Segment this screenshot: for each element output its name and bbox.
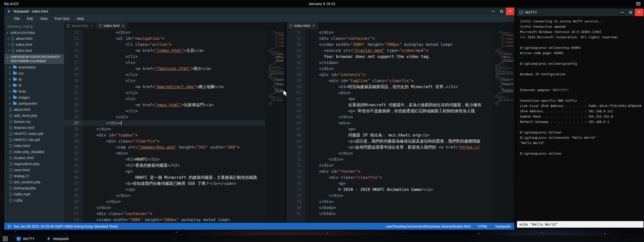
open-editor-item[interactable]: ×about.html [4,36,64,42]
code-line-71[interactable]: 71 </div> [287,150,492,156]
code-line-41[interactable]: 41 <img src="images/box.png" height="342… [64,144,265,150]
code-line-54[interactable]: 54 <source src="trailer.mp4" type="video… [287,48,492,54]
code-line-51[interactable]: 51 </div> [287,29,492,36]
folder-item[interactable]: ▸yamlyamlml [4,100,64,107]
code-line-53[interactable]: 53 <video width="100%" height="500px" au… [287,42,492,48]
status-language-mode[interactable]: HTML [478,224,488,228]
terminal-input[interactable]: echo "Hello World" [517,221,643,228]
code-line-49[interactable]: 49 </div> [64,193,265,199]
code-line-78[interactable]: 78 </div> [287,193,492,199]
code-line-62[interactable]: 62 <p> [287,96,492,102]
code-line-77[interactable]: 77 © 2018 - 2019 HKWTC Animation Gamer</… [287,187,492,193]
file-item[interactable]: index.php_disabled [4,149,64,155]
menu-edit[interactable]: Edit [24,16,36,22]
notepada-titlebar[interactable]: NotepadA - index.html × [4,8,514,15]
minimize-button[interactable] [618,9,626,16]
code-line-39[interactable]: 39 <div id="topbox"> [64,132,265,138]
code-line-65[interactable]: 65 </div> [287,114,492,120]
code-line-63[interactable]: 63 在香港的Minecraft 伺服器中，多為小遊戲和純生存的伺服器，較少擁有 [287,102,492,108]
code-line-56[interactable]: 56 </video> [287,60,492,66]
file-item[interactable]: x.php [4,197,64,203]
code-line-70[interactable]: 70 <p>如有問題或需要申請白名單，歡迎加入我們的 <a href="http… [287,144,492,150]
menu-view[interactable]: View [37,16,51,22]
folder-item[interactable]: ▸images [4,94,64,100]
code-line-66[interactable]: 66 <div> [287,120,492,126]
minimize-button[interactable] [489,8,497,15]
code-line-80[interactable]: 80 </body> [287,205,492,211]
code-line-22[interactable]: 22 </div> [64,29,265,36]
code-line-81[interactable]: 81 </html> [287,211,492,217]
close-icon[interactable]: × [7,37,10,41]
code-line-52[interactable]: 52 <div class="container"> [64,211,265,217]
minimap-left[interactable]: </div> <ul id="navigation"> <li class="a… [265,29,285,223]
code-line-26[interactable]: 26 </li> [64,54,265,60]
code-line-59[interactable]: 59 <div id="tagline" class="clearfix"> [287,78,492,84]
code-line-57[interactable]: 57 </div> [287,66,492,72]
folder-item[interactable]: ▸dl [4,82,64,88]
open-editor-item[interactable]: ×index.html [4,48,64,54]
code-line-73[interactable]: 73 </div> [287,162,492,168]
menu-help[interactable]: Help [73,16,87,22]
file-item[interactable]: test_sockets.php [4,179,64,185]
file-item[interactable]: mapredirect.php [4,161,64,167]
close-button[interactable]: × [635,9,643,16]
file-item[interactable]: testmysql.php [4,185,64,191]
code-line-44[interactable]: 44 <h2>香港的建築伺服器</h2> [64,162,265,168]
code-line-58[interactable]: 58 <div id="contents"> [287,72,492,78]
code-line-37[interactable]: 37 </div> [64,120,265,126]
file-item[interactable]: favicon.ico [4,119,64,125]
terminal-output[interactable]: [info] Connecting to arozos WsTTY servic… [517,16,643,221]
code-line-79[interactable]: 79 </div> [287,199,492,205]
taskbar-item-notepada[interactable]: NotepadA [44,236,71,242]
open-editor-item[interactable]: ×index.html [4,42,64,48]
code-editor-right[interactable]: 51 </div>52 <div class="container">53 <v… [287,29,492,223]
code-line-29[interactable]: 29 </li> [64,72,265,78]
code-line-72[interactable]: 72 </div> [287,156,492,162]
code-line-45[interactable]: 45 <p> [64,168,265,175]
code-line-47[interactable]: 47 <b>你知道我們全條伺服器已轉用 SSD 了嗎？</b></span> [64,181,265,187]
file-item[interactable]: location.html [4,155,64,161]
code-line-51[interactable]: 51 </div> [64,205,265,211]
code-line-33[interactable]: 33 <li> [64,96,265,102]
folder-item[interactable]: ▸fonts [4,88,64,94]
close-icon[interactable]: × [7,43,10,47]
code-line-50[interactable]: 50 </div> [64,199,265,205]
code-line-42[interactable]: 42 <div> [64,150,265,156]
code-line-32[interactable]: 32 </li> [64,90,265,96]
code-line-67[interactable]: 67 <p> [287,126,492,132]
file-item[interactable]: index.html [4,143,64,149]
tab-about.html[interactable]: about.html× [64,22,96,29]
code-line-69[interactable]: 69 <p>請注意，我們的伺服器為確保玩家及遊玩時的質素，我們對的服務開啟 [287,138,492,144]
file-item[interactable]: trailer.mp4 [4,191,64,197]
file-item[interactable]: about.html [4,107,64,113]
code-line-52[interactable]: 52 <div class="container"> [287,36,492,42]
code-line-53[interactable]: 53 <video width="100%" height="500px" au… [64,217,265,223]
file-item[interactable]: HKWTC rule.pdf [4,137,64,143]
minimap-right[interactable]: </div> <ul id="navigation"> <li class="a… [492,29,514,223]
code-line-40[interactable]: 40 <div class="clearfix"> [64,138,265,144]
hamburger-menu-icon[interactable] [636,2,640,5]
code-line-75[interactable]: 75 <div class="clearfix"> [287,175,492,181]
code-line-34[interactable]: 34 <a href="news.html">玩家傳送門</a> [64,102,265,108]
code-line-23[interactable]: 23 <ul id="navigation"> [64,36,265,42]
code-line-46[interactable]: 46 HKWTC 是一個 Minecraft 的建築伺服器，主要建築計劃包括鐵路 [64,175,265,181]
folder-item[interactable]: ▸dc [4,76,64,82]
code-line-25[interactable]: 25 <a href="index.html">主頁</a> [64,48,265,54]
code-line-30[interactable]: 30 <li> [64,78,265,84]
code-line-76[interactable]: 76 <p> [287,181,492,187]
tab-close-icon[interactable]: × [90,24,93,28]
code-line-61[interactable]: 61 <div> [287,90,492,96]
code-line-55[interactable]: 55 Your browser does not support the vid… [287,54,492,60]
folder-item[interactable]: ▸css [4,70,64,76]
workspace-root-item[interactable]: ▾ USER/DESKTOP/SCREENSHOT/TEST/WWW CLEAN… [4,54,64,64]
file-item[interactable]: news.html [4,167,64,173]
close-button[interactable]: × [506,8,514,15]
file-item[interactable]: HKWTC notice.pdf [4,131,64,137]
file-item[interactable]: features.html [4,125,64,131]
code-line-43[interactable]: 43 <h1>HKWTC</h1> [64,156,265,162]
code-line-36[interactable]: 36 </ul> [64,114,265,120]
app-launcher-icon[interactable] [3,236,8,241]
taskbar-item-wstty[interactable]: >_ WsTTY [14,236,37,241]
code-line-31[interactable]: 31 <a href="mapredirect.php">網上地圖</a> [64,84,265,90]
tab-index.html[interactable]: index.html× [96,22,128,29]
